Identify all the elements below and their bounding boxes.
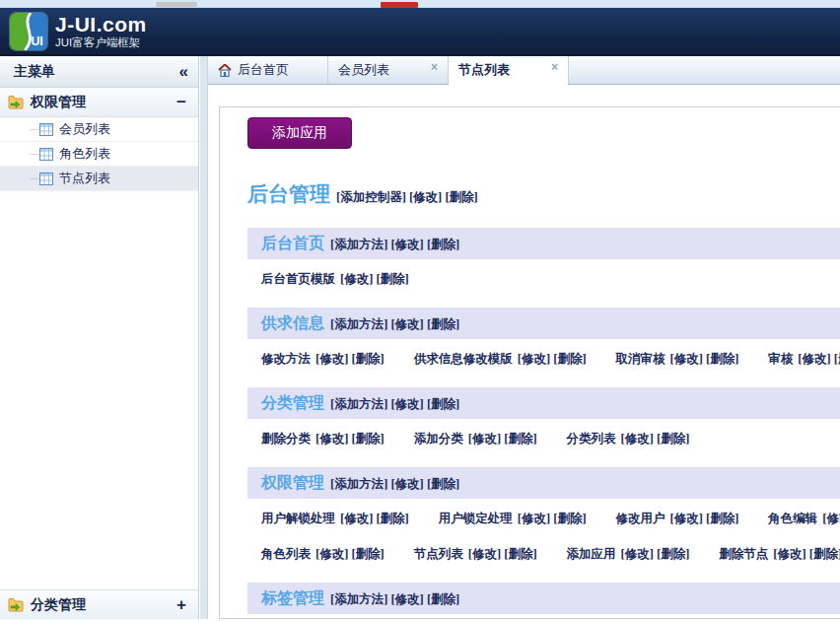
brand-title: J-UI.com [55, 14, 147, 35]
sidebar-item-1[interactable]: 角色列表 [0, 142, 198, 167]
method-action-links[interactable]: [修改] [删除] [621, 432, 690, 446]
method-item: 修改用户[修改] [删除] [616, 512, 739, 525]
close-tab-icon[interactable]: × [551, 60, 558, 74]
section-action-links[interactable]: [添加方法] [修改] [删除] [330, 238, 459, 251]
section-bar-0: 后台首页[添加方法] [修改] [删除] [247, 228, 840, 259]
method-name: 修改用户 [616, 512, 665, 525]
brand-subtitle: JUI富客户端框架 [55, 35, 147, 49]
browser-strip-red-mark [381, 2, 418, 8]
method-action-links[interactable]: [修改] [删除] [340, 512, 409, 525]
method-item: 删除节点[修改] [删除] [719, 547, 840, 561]
method-name: 节点列表 [414, 547, 463, 561]
section-title[interactable]: 后台首页 [261, 235, 324, 251]
method-row: 删除分类[修改] [删除]添加分类[修改] [删除]分类列表[修改] [删除] [261, 431, 840, 448]
tab-label: 会员列表 [338, 61, 389, 79]
section-action-links[interactable]: [添加方法] [修改] [删除] [330, 397, 459, 411]
method-item: 用户锁定处理[修改] [删除] [439, 512, 587, 525]
table-icon [39, 148, 53, 164]
browser-strip [0, 0, 840, 8]
sidebar-item-label: 节点列表 [43, 170, 110, 187]
browser-strip-gray-mark [156, 2, 197, 7]
sidebar-title: 主菜单 [14, 63, 55, 81]
sidebar-item-0[interactable]: 会员列表 [0, 117, 198, 142]
expand-plus-icon[interactable]: + [176, 596, 186, 613]
method-action-links[interactable]: [修改] [删除] [773, 547, 840, 561]
tab-content: 添加应用 后台管理[添加控制器] [修改] [删除] 后台首页[添加方法] [修… [208, 85, 840, 619]
method-action-links[interactable]: [修改] [删除] [468, 432, 537, 446]
sidebar-accordion-permission[interactable]: 权限管理 − [0, 88, 198, 117]
tab-0[interactable]: 后台首页 [208, 56, 328, 84]
tab-label: 节点列表 [458, 61, 510, 79]
section-action-links[interactable]: [添加方法] [修改] [删除] [330, 317, 459, 331]
method-action-links[interactable]: [修改] [删除] [315, 547, 385, 561]
method-action-links[interactable]: [修改] [删除] [670, 352, 739, 366]
section-bar-4: 标签管理[添加方法] [修改] [删除] [247, 583, 840, 614]
sidebar-menu: 会员列表角色列表节点列表 [0, 117, 198, 191]
method-row: 用户解锁处理[修改] [删除]用户锁定处理[修改] [删除]修改用户[修改] [… [261, 511, 840, 527]
method-name: 供求信息修改模版 [414, 352, 513, 366]
main-content: 后台首页会员列表×节点列表× 添加应用 后台管理[添加控制器] [修改] [删除… [208, 56, 840, 619]
app-logo: UI J-UI.com JUI富客户端框架 [10, 13, 147, 50]
method-item: 删除分类[修改] [删除] [261, 432, 385, 446]
section-title[interactable]: 权限管理 [261, 474, 324, 491]
method-name: 分类列表 [567, 432, 616, 446]
collapse-sidebar-icon[interactable]: « [179, 62, 188, 82]
sidebar-filler [0, 191, 198, 589]
method-row: 角色列表[修改] [删除]节点列表[修改] [删除]添加应用[修改] [删除]删… [261, 546, 840, 563]
method-action-links[interactable]: [修改] [删除] [340, 272, 409, 286]
jui-logo-icon: UI [10, 13, 47, 50]
method-item: 添加分类[修改] [删除] [414, 432, 537, 446]
sidebar-header: 主菜单 « [0, 56, 198, 88]
method-item: 用户解锁处理[修改] [删除] [261, 512, 409, 525]
method-item: 修改方法[修改] [删除] [261, 352, 385, 366]
collapse-minus-icon[interactable]: − [176, 94, 186, 110]
method-name: 用户解锁处理 [261, 512, 335, 525]
method-action-links[interactable]: [修改] [删除] [621, 547, 690, 561]
section-action-links[interactable]: [添加方法] [修改] [删除] [330, 592, 459, 606]
method-item: 分类列表[修改] [删除] [567, 432, 690, 446]
method-name: 添加分类 [414, 432, 463, 446]
app-title-text[interactable]: 后台管理 [247, 182, 330, 206]
method-action-links[interactable]: [修改] [删除] [315, 432, 385, 446]
method-item: 供求信息修改模版[修改] [删除] [414, 352, 587, 366]
section-action-links[interactable]: [添加方法] [修改] [删除] [330, 477, 459, 491]
method-action-links[interactable]: [修改] [删除] [798, 352, 840, 366]
tab-2[interactable]: 节点列表× [449, 56, 569, 84]
section-bar-2: 分类管理[添加方法] [修改] [删除] [247, 387, 840, 419]
section-title[interactable]: 供求信息 [261, 314, 324, 331]
node-list-panel: 添加应用 后台管理[添加控制器] [修改] [删除] 后台首页[添加方法] [修… [219, 106, 840, 619]
add-application-button[interactable]: 添加应用 [247, 117, 352, 149]
sidebar-accordion-category[interactable]: 分类管理 + [0, 589, 198, 619]
method-action-links[interactable]: [修改] [删除] [822, 512, 840, 525]
tab-bar: 后台首页会员列表×节点列表× [208, 56, 840, 85]
method-item: 后台首页模版[修改] [删除] [261, 272, 409, 286]
method-item: 节点列表[修改] [删除] [414, 547, 537, 561]
app-header: UI J-UI.com JUI富客户端框架 [0, 8, 840, 56]
method-name: 取消审核 [616, 352, 665, 366]
method-item: 取消审核[修改] [删除] [616, 352, 739, 366]
table-icon [39, 123, 53, 139]
method-name: 修改方法 [261, 352, 311, 366]
method-item: 添加应用[修改] [删除] [567, 547, 690, 561]
method-action-links[interactable]: [修改] [删除] [518, 352, 587, 366]
method-action-links[interactable]: [修改] [删除] [468, 547, 537, 561]
method-action-links[interactable]: [修改] [删除] [315, 352, 385, 366]
tab-1[interactable]: 会员列表× [328, 56, 449, 84]
method-action-links[interactable]: [修改] [删除] [670, 512, 739, 525]
method-row: 后台首页模版[修改] [删除] [261, 271, 840, 288]
method-name: 用户锁定处理 [439, 512, 513, 525]
method-row: 修改方法[修改] [删除]供求信息修改模版[修改] [删除]取消审核[修改] [… [261, 351, 840, 368]
app-title-links[interactable]: [添加控制器] [修改] [删除] [336, 190, 478, 204]
sidebar-accordion-label: 权限管理 [31, 94, 86, 111]
sidebar-accordion-label: 分类管理 [31, 596, 86, 614]
method-item: 审核[修改] [删除] [768, 352, 840, 366]
close-tab-icon[interactable]: × [431, 60, 438, 74]
section-title[interactable]: 分类管理 [261, 394, 324, 411]
sidebar-splitter[interactable] [199, 56, 208, 619]
section-title[interactable]: 标签管理 [261, 589, 324, 606]
method-name: 删除节点 [719, 547, 768, 561]
controller-sections: 后台首页[添加方法] [修改] [删除]后台首页模版[修改] [删除]供求信息[… [247, 228, 840, 621]
method-action-links[interactable]: [修改] [删除] [518, 512, 587, 525]
sidebar: 主菜单 « 权限管理 − 会员列表角色列表节点列表 分类管理 + [0, 56, 199, 619]
sidebar-item-2[interactable]: 节点列表 [0, 167, 198, 191]
